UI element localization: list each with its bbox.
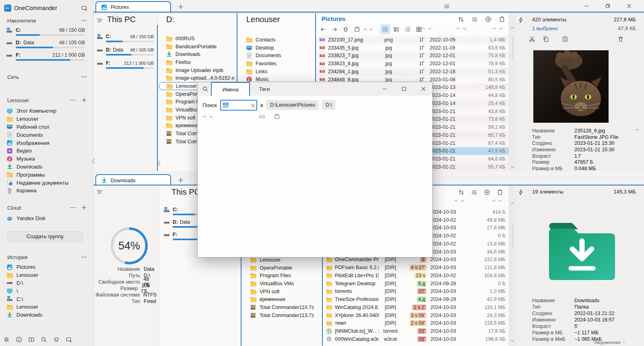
- sidebar-item[interactable]: Downloads: [0, 163, 93, 171]
- assistant-icon[interactable]: [52, 335, 61, 344]
- new-item-icon[interactable]: [483, 14, 493, 24]
- duplicate-icon[interactable]: [560, 34, 570, 44]
- folder-item[interactable]: BandicamPortable: [159, 43, 236, 51]
- cut-icon[interactable]: [527, 34, 537, 44]
- forward-icon[interactable]: [330, 25, 339, 34]
- history-item[interactable]: \: [0, 287, 93, 295]
- file-row[interactable]: [NNMClub.to]_W... 2024.8.1.1002.torrent …: [323, 327, 509, 335]
- cloud-add-button[interactable]: [79, 203, 89, 212]
- new-item-icon[interactable]: [482, 187, 492, 197]
- add-tab-button[interactable]: [176, 175, 186, 185]
- history-item[interactable]: Pictures: [0, 263, 93, 271]
- folder-item[interactable]: Links: [239, 68, 315, 76]
- search-path-secondary[interactable]: D:\: [322, 100, 335, 110]
- scroll-up-icon[interactable]: [510, 202, 514, 205]
- history-item[interactable]: Downloads: [0, 311, 93, 319]
- restore-button[interactable]: [602, 1, 614, 11]
- view-list-icon[interactable]: [380, 25, 390, 34]
- sort-column-date[interactable]: [456, 27, 466, 30]
- search-path-primary[interactable]: D:\Lenouser\Pictures: [266, 100, 319, 110]
- drive-item[interactable]: F:212 / 1 000 GB: [95, 59, 156, 72]
- file-row[interactable]: 233823_8.jpg jpg 1Г 2022-12-01 78,9 КБ: [316, 60, 509, 68]
- view-tiles-icon[interactable]: [392, 25, 401, 34]
- downloads-folder-preview[interactable]: [544, 218, 620, 284]
- folder-item[interactable]: Contacts: [239, 36, 315, 44]
- folder-item[interactable]: Firefox: [159, 58, 236, 66]
- scrollbar[interactable]: [509, 13, 515, 171]
- cloud-more-button[interactable]: [68, 203, 78, 212]
- file-row[interactable]: PDFsam Basic 5.2.8 + Portable [DIR] 4 ч …: [323, 264, 509, 272]
- history-item[interactable]: D:\: [0, 279, 93, 287]
- file-row[interactable]: 233823_7.jpg jpg 1Г 2022-12-01 75,8 КБ: [316, 52, 509, 60]
- search-input[interactable]: *.*: [220, 100, 257, 111]
- scroll-down-icon[interactable]: [510, 339, 514, 342]
- history-more-button[interactable]: [79, 252, 89, 262]
- folder-item[interactable]: OperaPortable: [243, 264, 322, 272]
- add-tab-button[interactable]: [176, 2, 186, 12]
- sort-column-size[interactable]: [492, 27, 503, 30]
- folder-item[interactable]: Program Files: [243, 272, 322, 280]
- sidebar-item[interactable]: Программы: [0, 171, 93, 179]
- folder-item[interactable]: image-upload...4.0-5152-x64: [159, 74, 236, 82]
- dialog-close-button[interactable]: [417, 84, 429, 94]
- history-item[interactable]: Lenouser: [0, 271, 93, 279]
- dual-pane-icon[interactable]: [27, 335, 36, 344]
- view-content-icon[interactable]: [403, 25, 413, 34]
- delete-trash-icon[interactable]: [616, 34, 625, 44]
- sidebar-item[interactable]: Lenouser: [0, 115, 93, 123]
- tab-downloads[interactable]: Downloads: [95, 174, 171, 186]
- scroll-up-icon[interactable]: [510, 26, 514, 29]
- prev-result-icon[interactable]: [202, 115, 206, 118]
- file-row[interactable]: XYplorer 26.40.0400 + Portable [DIR] 3 ч…: [323, 311, 509, 319]
- user-more-button[interactable]: [68, 95, 78, 105]
- file-row[interactable]: 000WinCatalog.w3cat w3cat 58' 2024-10-03…: [323, 335, 509, 343]
- history-item[interactable]: Lenouser: [0, 303, 93, 311]
- paste-filter-icon[interactable]: [274, 113, 280, 120]
- pane-collapse-icon[interactable]: [157, 160, 162, 167]
- drive-item[interactable]: C:98 / 150 GB: [95, 33, 156, 46]
- file-row[interactable]: 234284_1.jpg jpg 1Г 2022-12-18 51,3 КБ: [316, 68, 509, 76]
- regex-split-icon[interactable]: [259, 113, 265, 120]
- close-button[interactable]: [623, 1, 635, 11]
- view-options-icon[interactable]: [470, 14, 479, 24]
- folder-item[interactable]: VPN soft: [243, 288, 322, 296]
- search-dialog-titlebar[interactable]: Имена Теги: [198, 82, 432, 96]
- sidebar-item[interactable]: Видео: [0, 147, 93, 155]
- folder-item[interactable]: Total Commander110.7z: [243, 303, 322, 311]
- sort-column-date[interactable]: [454, 199, 464, 202]
- column-menu-icon[interactable]: [95, 16, 105, 25]
- notifications-toggle[interactable]: Уведомления: [594, 340, 626, 345]
- file-row[interactable]: WinCatalog 2024.8.1.1002 [DIR] 1 ч 2' 20…: [323, 303, 509, 311]
- dialog-maximize-button[interactable]: [398, 84, 410, 94]
- sort-column-ext[interactable]: [421, 27, 432, 30]
- image-preview-cat[interactable]: [533, 50, 609, 123]
- sort-icon[interactable]: [456, 187, 466, 197]
- column-menu-icon[interactable]: [95, 187, 105, 197]
- create-group-button[interactable]: Создать группу: [7, 231, 83, 242]
- drive-item[interactable]: D:Data48 / 105 GB: [0, 39, 91, 51]
- sidebar-item[interactable]: Музыка: [0, 155, 93, 163]
- sidebar-item[interactable]: Рабочий стол: [0, 123, 93, 131]
- file-row[interactable]: темп [DIR] 2 ч 58' 2024-10-03 119,5 МБ: [323, 319, 509, 327]
- file-row[interactable]: PilotEdit Lite+Pro 19.2.0 [DIR] 23 ч 202…: [323, 272, 509, 280]
- up-icon[interactable]: [341, 25, 351, 34]
- settings-gear-icon[interactable]: [2, 335, 11, 344]
- scroll-down-icon[interactable]: [510, 165, 514, 169]
- folder-item[interactable]: VirtualBox VMs: [243, 280, 322, 288]
- new-window-button[interactable]: [79, 3, 89, 13]
- network-more-button[interactable]: [79, 72, 89, 82]
- drive-item[interactable]: F:212 / 1 000 GB: [0, 51, 91, 64]
- view-options-icon[interactable]: [469, 187, 479, 197]
- drive-item[interactable]: C:98 / 150 GB: [0, 27, 91, 39]
- next-result-icon[interactable]: [209, 115, 213, 118]
- scroll-handle[interactable]: [512, 226, 513, 248]
- folder-item[interactable]: Documents: [239, 51, 315, 60]
- folder-item[interactable]: Favorites: [239, 60, 315, 68]
- minimize-button[interactable]: [580, 1, 592, 11]
- tab-pictures[interactable]: Pictures: [95, 1, 171, 12]
- folder-item[interactable]: 000RUS: [159, 35, 236, 43]
- folder-item[interactable]: Image Uploader injob: [159, 66, 236, 74]
- new-tab-icon[interactable]: [352, 25, 362, 34]
- drive-item[interactable]: D:Data48 / 105 GB: [95, 46, 156, 59]
- tab-names[interactable]: Имена: [211, 82, 250, 96]
